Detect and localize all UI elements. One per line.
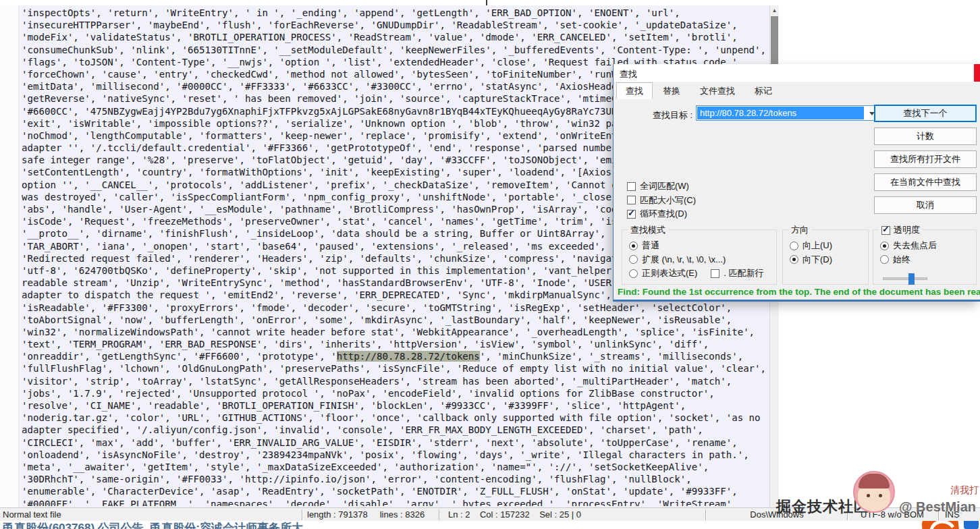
editor-line: 'fullFlushFlag', 'lchown', 'OldGnuLongPa… (22, 362, 768, 374)
search-mode-option-row: 普通 (629, 239, 764, 253)
search-mode-option-radio[interactable] (629, 242, 638, 250)
search-mode-option-radio[interactable] (629, 255, 638, 264)
direction-option-radio[interactable] (790, 242, 798, 250)
editor-line: 'enumerable', 'CharacterDevice', 'asap',… (22, 485, 768, 497)
grip-icon[interactable]: ⋰ (956, 511, 963, 519)
editor-line: '#0000FF', '__FAKE_PLATFORM__', 'namespa… (22, 498, 768, 507)
find-option-checkboxes: 全词匹配(W)匹配大小写(C)循环查找(D) (627, 179, 696, 221)
find-target-label: 查找目标 : (653, 109, 692, 121)
direction-group-label: 方向 (791, 224, 809, 236)
checkbox[interactable] (627, 210, 636, 219)
find-target-combobox[interactable]: http://80.78.28.72/tokens (696, 105, 878, 121)
screen: 甬真股份(603768) 公司公告_甬真股份:容诚会计师事务所大... 'ins… (0, 0, 980, 529)
transparency-option-label: 失去焦点后 (893, 240, 937, 252)
transparency-slider[interactable] (883, 277, 927, 280)
search-mode-option-label: 扩展 (\n, \r, \t, \0, \x...) (642, 254, 726, 266)
editor-margin (0, 5, 19, 507)
close-icon[interactable]: × (974, 64, 980, 82)
status-separator (847, 509, 848, 520)
direction-option-row: 向上(U) (790, 239, 832, 253)
background-page-headline-link[interactable]: 甬真股份(603768) 公司公告_甬真股份:容诚会计师事务所大... (3, 520, 312, 529)
editor-line: 'jobs', '1.7.9', 'rejected', 'Unsupporte… (22, 387, 768, 399)
transparency-option-radio[interactable] (880, 255, 889, 264)
find-button[interactable]: 取消 (874, 196, 977, 214)
status-separator (302, 509, 302, 520)
find-dialog-tabs: 查找替换文件查找标记 (616, 82, 782, 99)
find-option-row: 匹配大小写(C) (627, 194, 696, 208)
search-mode-group: 查找模式 普通扩展 (\n, \r, \t, \0, \x...)正则表达式(E… (622, 229, 777, 285)
tab-替换[interactable]: 替换 (653, 82, 690, 99)
editor-line: 'toAbortSignal', 'now', 'bufferLength', … (22, 314, 768, 326)
editor-line: 'isReadable', '#FF3300', 'proxyErrors', … (22, 302, 768, 314)
editor-line: 'consumeChunkSub', 'nlink', '665130TITnn… (22, 44, 768, 56)
scroll-up-icon[interactable]: ▲ (770, 5, 779, 16)
status-doc-type: Normal text file (3, 509, 61, 520)
find-dialog-titlebar[interactable]: 查找 × (614, 64, 980, 82)
find-button[interactable]: 查找下一个 (874, 105, 977, 122)
watermark-partial-text: 清我打 (950, 484, 979, 497)
search-mode-option-label: 普通 (642, 240, 659, 252)
checkbox-label: 循环查找(D) (640, 208, 687, 220)
direction-option-label: 向上(U) (802, 240, 832, 252)
find-dialog: 查找 × 查找替换文件查找标记 查找目标 : http://80.78.28.7… (613, 64, 980, 302)
checkbox[interactable] (627, 182, 636, 191)
status-length-lines: length : 791378 lines : 8326 (307, 509, 425, 520)
avatar (853, 471, 895, 513)
status-cursor-position: Ln : 2 Col : 157232 Sel : 25 | 0 (448, 509, 581, 520)
checkbox-label: 匹配大小写(C) (640, 194, 696, 206)
find-button[interactable]: 计数 (874, 128, 977, 145)
editor-line: 'resolve', 'CI_NAME', 'readable', 'BROTL… (22, 399, 768, 412)
status-separator (705, 509, 706, 520)
checkbox[interactable] (627, 196, 636, 204)
status-separator (938, 509, 939, 520)
editor-line: 'visitor', 'strip', 'toArray', 'lstatSyn… (22, 375, 768, 387)
direction-option-row: 向下(D) (790, 253, 832, 267)
editor-line: 'insecureHTTPParser', 'maybeEnd', 'flush… (22, 19, 768, 31)
find-target-value[interactable]: http://80.78.28.72/tokens (697, 107, 864, 119)
editor-line: 'win32', 'normalizeWindowsPath', 'cannot… (22, 326, 768, 338)
checkbox-label: 全词匹配(W) (640, 180, 689, 192)
editor-line: 'text', 'TERM_PROGRAM', 'ERR_BAD_RESPONS… (22, 338, 768, 350)
editor-line: adapter specified', '/.aliyun/config.jso… (22, 424, 768, 436)
background-page-divider (486, 0, 487, 5)
editor-line: '30DRhchT', 'same-origin', '#FF0033', 'h… (22, 473, 768, 485)
search-mode-option-radio[interactable] (629, 269, 638, 278)
status-bar: Normal text file length : 791378 lines :… (0, 507, 980, 521)
editor-line: 'onreaddir', 'getLengthSync', '#FF6600',… (22, 350, 768, 362)
transparency-option-row: 始终 (880, 253, 937, 267)
tab-标记[interactable]: 标记 (745, 82, 782, 99)
transparency-option-row: 失去焦点后 (880, 239, 937, 253)
editor-line: 'meta', '__awaiter', 'getItem', 'style',… (22, 461, 768, 473)
search-mode-option-row: 扩展 (\n, \r, \t, \0, \x...) (629, 253, 764, 267)
editor-line: 'noderig.tar.gz', 'color', 'URL', 'GITHU… (22, 412, 768, 424)
search-mode-option-row: 正则表达式(E). 匹配新行 (629, 267, 764, 281)
search-mode-group-label: 查找模式 (630, 224, 665, 236)
transparency-option-label: 始终 (893, 254, 910, 266)
direction-option-radio[interactable] (790, 255, 798, 264)
find-button[interactable]: 在当前文件中查找 (874, 173, 977, 191)
find-option-row: 全词匹配(W) (627, 179, 696, 194)
status-separator (439, 509, 439, 520)
transparency-group-label: 透明度 (894, 224, 920, 236)
editor-line: 'inspectOpts', 'return', 'WriteEntry', '… (22, 7, 768, 19)
transparency-group: 透明度 失去焦点后始终 (873, 229, 977, 285)
transparency-checkbox[interactable] (881, 226, 890, 235)
transparency-slider-thumb[interactable] (908, 273, 915, 285)
editor-line: 'onloadend', 'isAsyncNoFile', 'destroy',… (22, 449, 768, 461)
find-option-row: 循环查找(D) (627, 207, 696, 221)
find-status-message: Find: Found the 1st occurrence from the … (618, 287, 975, 300)
find-button[interactable]: 查找所有打开文件 (874, 150, 977, 168)
transparency-option-radio[interactable] (880, 242, 889, 250)
newline-checkbox-label: . 匹配新行 (724, 267, 763, 279)
newline-checkbox-wrap: . 匹配新行 (711, 267, 763, 279)
find-dialog-title: 查找 (620, 68, 637, 80)
tab-文件查找[interactable]: 文件查找 (690, 82, 744, 99)
direction-option-label: 向下(D) (802, 254, 832, 266)
tab-查找[interactable]: 查找 (616, 82, 653, 99)
status-encoding[interactable]: UTF-8 w/o BOM (849, 509, 935, 520)
editor-line: 'CIRCLECI', 'max', 'add', 'buffer', 'ERR… (22, 437, 768, 449)
status-eol-format[interactable]: Dos\Windows (707, 509, 846, 520)
find-dialog-buttons: 查找下一个计数查找所有打开文件在当前文件中查找取消 (874, 105, 977, 214)
editor-line: 'modeFix', 'validateStatus', 'BROTLI_OPE… (22, 31, 768, 43)
newline-checkbox[interactable] (711, 269, 719, 278)
